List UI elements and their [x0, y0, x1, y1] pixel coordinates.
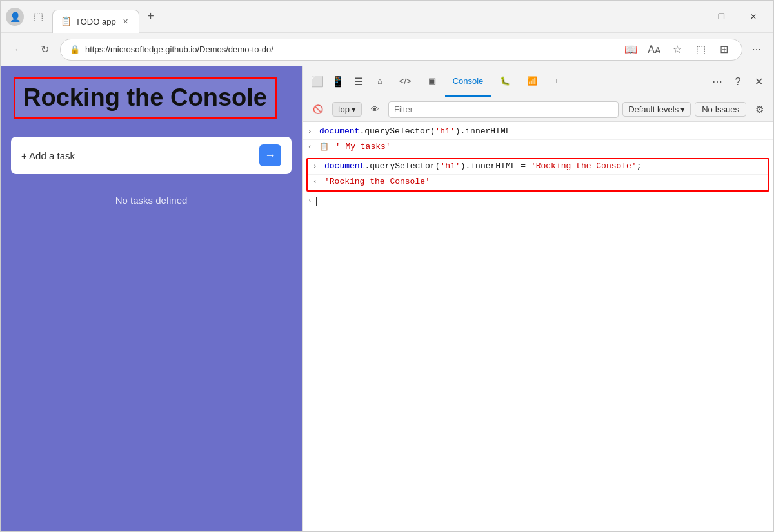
highlighted-console-block: › document.querySelector('h1').innerHTML… [306, 158, 769, 192]
cursor-blink [316, 197, 317, 206]
url-path: /Demos/demo-to-do/ [197, 44, 273, 54]
devtools-help-button[interactable]: ? [728, 72, 748, 92]
browser-extension-icons: ⋯ [748, 41, 766, 59]
console-output-2: 'Rocking the Console' [324, 177, 430, 186]
website-panel: Rocking the Console + Add a task → No ta… [1, 66, 303, 531]
address-input[interactable]: 🔒 https://microsoftedge.github.io/Demos/… [60, 39, 742, 61]
no-tasks-message: No tasks defined [1, 195, 302, 206]
tab-sources[interactable]: </> [392, 66, 419, 97]
console-line-1: › document.querySelector('h1').innerHTML [303, 124, 773, 140]
top-dropdown-icon: ▾ [352, 104, 356, 114]
website-header: Rocking the Console [1, 66, 302, 129]
tab-favicon-icon: 📋 [61, 16, 72, 26]
devtools-close-button[interactable]: ✕ [749, 72, 768, 92]
window-controls: — ❐ ✕ [674, 6, 768, 27]
back-button[interactable]: ← [8, 39, 29, 60]
devtools-panel: ⬜ 📱 ☰ ⌂ </> ▣ Console 🐛 📶 + ⋯ ? ✕ 🚫 [303, 66, 773, 531]
browser-window: 👤 ⬚ 📋 TODO app ✕ + — ❐ ✕ ← ↻ 🔒 https://m… [0, 0, 774, 532]
no-issues-button[interactable]: No Issues [695, 102, 746, 117]
levels-dropdown-icon: ▾ [680, 104, 685, 114]
new-tab-button[interactable]: + [142, 8, 160, 26]
main-area: Rocking the Console + Add a task → No ta… [1, 66, 773, 531]
tab-debug[interactable]: 🐛 [492, 66, 518, 97]
tab-home[interactable]: ⌂ [370, 66, 390, 97]
levels-button[interactable]: Default levels ▾ [622, 102, 691, 117]
tab-close-button[interactable]: ✕ [120, 16, 131, 27]
tab-title: TODO app [75, 17, 116, 26]
title-bar: 👤 ⬚ 📋 TODO app ✕ + — ❐ ✕ [1, 1, 773, 33]
reading-view-icon[interactable]: 📖 [622, 41, 640, 59]
tab-console[interactable]: Console [445, 66, 491, 97]
device-emulation-button[interactable]: 📱 [328, 72, 348, 92]
console-line-2: ‹ 📋 ' My tasks' [303, 140, 773, 155]
settings-button[interactable]: ⋯ [748, 41, 766, 59]
console-line-3: › document.querySelector('h1').innerHTML… [308, 159, 768, 175]
console-code-1: document.querySelector('h1').innerHTML [319, 126, 511, 136]
devtools-more-button[interactable]: ⋯ [708, 72, 727, 92]
user-avatar[interactable]: 👤 [6, 8, 24, 26]
website-heading: Rocking the Console [14, 77, 277, 119]
code-keyword-1: document [319, 126, 359, 136]
cursor-arrow-icon: › [308, 197, 312, 205]
console-output-1: 📋 ' My tasks' [319, 142, 391, 152]
address-text: https://microsoftedge.github.io/Demos/de… [85, 44, 273, 54]
input-arrow-2[interactable]: › [313, 161, 321, 170]
output-arrow-2: ‹ [313, 177, 321, 186]
levels-label: Default levels [628, 104, 679, 114]
active-tab[interactable]: 📋 TODO app ✕ [52, 10, 139, 33]
close-button[interactable]: ✕ [739, 6, 768, 27]
eye-button[interactable]: 👁 [366, 102, 384, 117]
filter-input[interactable] [388, 101, 619, 118]
console-output: › document.querySelector('h1').innerHTML… [303, 122, 773, 531]
favorites-icon[interactable]: ☆ [668, 41, 686, 59]
console-bar: 🚫 top ▾ 👁 Default levels ▾ No Issues ⚙ [303, 97, 773, 122]
top-selector[interactable]: top ▾ [332, 102, 362, 117]
top-label: top [338, 104, 350, 114]
console-code-2: document.querySelector('h1').innerHTML =… [324, 161, 642, 171]
console-settings-button[interactable]: ⚙ [750, 101, 768, 119]
split-screen-icon[interactable]: ⬚ [691, 41, 710, 59]
output-arrow-1: ‹ [308, 142, 315, 151]
address-bar: ← ↻ 🔒 https://microsoftedge.github.io/De… [1, 33, 773, 66]
elements-button[interactable]: ☰ [349, 72, 368, 92]
add-task-button[interactable]: → [259, 144, 281, 166]
url-prefix: https://microsoftedge.github.io [85, 44, 197, 54]
inspect-element-button[interactable]: ⬜ [308, 72, 327, 92]
lock-icon: 🔒 [70, 44, 80, 54]
devtools-toolbar: ⬜ 📱 ☰ ⌂ </> ▣ Console 🐛 📶 + ⋯ ? ✕ [303, 66, 773, 97]
tab-network[interactable]: ▣ [421, 66, 444, 97]
add-task-label: + Add a task [21, 150, 253, 161]
tab-strip: 📋 TODO app ✕ + [52, 5, 669, 28]
console-cursor-line[interactable]: › [303, 194, 773, 208]
reload-button[interactable]: ↻ [34, 39, 55, 60]
tab-more[interactable]: + [546, 66, 567, 97]
font-icon[interactable]: Aᴀ [645, 41, 663, 59]
minimize-button[interactable]: — [674, 6, 704, 27]
title-bar-left: 👤 ⬚ [6, 8, 47, 26]
add-task-bar[interactable]: + Add a task → [11, 137, 292, 174]
input-arrow-1[interactable]: › [308, 126, 315, 135]
output-favicon-1: 📋 [319, 143, 329, 152]
devtools-right-icons: ⋯ ? ✕ [708, 72, 768, 92]
tab-wifi[interactable]: 📶 [519, 66, 545, 97]
clear-console-button[interactable]: 🚫 [308, 102, 328, 117]
maximize-button[interactable]: ❐ [706, 6, 736, 27]
console-line-4: ‹ 'Rocking the Console' [308, 175, 768, 190]
address-bar-icons: 📖 Aᴀ ☆ ⬚ ⊞ [622, 41, 733, 59]
sidebar-toggle-button[interactable]: ⬚ [29, 8, 47, 26]
collections-icon[interactable]: ⊞ [715, 41, 733, 59]
